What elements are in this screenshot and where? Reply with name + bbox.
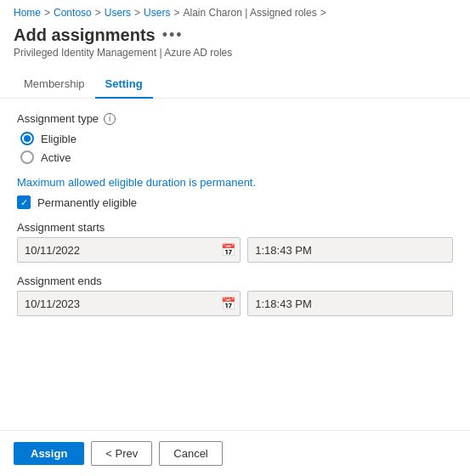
page-subtitle: Privileged Identity Management | Azure A… (14, 47, 456, 59)
radio-eligible-circle[interactable] (20, 132, 34, 145)
page-header: Add assignments ••• Privileged Identity … (0, 22, 470, 62)
tab-setting[interactable]: Setting (95, 71, 153, 99)
assign-button[interactable]: Assign (14, 442, 84, 465)
breadcrumb-sep-5: > (320, 7, 326, 19)
radio-active[interactable]: Active (20, 150, 453, 164)
assignment-starts-label: Assignment starts (17, 221, 453, 234)
assignment-ends-label: Assignment ends (17, 275, 453, 287)
breadcrumb-sep-1: > (44, 7, 50, 19)
breadcrumb-users-2[interactable]: Users (144, 7, 170, 19)
tab-membership[interactable]: Membership (14, 71, 95, 99)
permanently-eligible-label: Permanently eligible (37, 196, 137, 209)
breadcrumb-sep-4: > (173, 7, 179, 19)
assignment-starts-group: Assignment starts 📅 (17, 221, 453, 263)
breadcrumb-contoso[interactable]: Contoso (54, 7, 92, 19)
page-title: Add assignments (14, 26, 156, 45)
breadcrumb-assigned-roles: Alain Charon | Assigned roles (183, 7, 316, 19)
permanently-eligible-row[interactable]: ✓ Permanently eligible (17, 196, 453, 209)
prev-button[interactable]: < Prev (91, 441, 152, 466)
radio-eligible-label: Eligible (41, 133, 76, 145)
end-date-input[interactable] (17, 291, 241, 316)
more-options-icon[interactable]: ••• (162, 26, 184, 44)
info-banner: Maximum allowed eligible duration is per… (17, 176, 453, 189)
checkmark-icon: ✓ (20, 198, 28, 207)
radio-active-circle[interactable] (20, 150, 34, 164)
breadcrumb-home[interactable]: Home (14, 7, 41, 19)
breadcrumb: Home > Contoso > Users > Users > Alain C… (0, 0, 470, 22)
radio-active-label: Active (41, 151, 71, 164)
start-date-input[interactable] (17, 237, 241, 263)
assignment-starts-row: 📅 (17, 237, 453, 263)
assignment-type-group: Assignment type i Eligible Active (17, 112, 453, 164)
assignment-type-info-icon[interactable]: i (104, 113, 116, 125)
breadcrumb-users-1[interactable]: Users (105, 7, 131, 19)
radio-eligible[interactable]: Eligible (20, 132, 453, 145)
start-time-input[interactable] (247, 237, 453, 263)
footer: Assign < Prev Cancel (0, 430, 470, 476)
tabs-container: Membership Setting (0, 71, 470, 99)
end-time-input[interactable] (247, 291, 453, 316)
end-date-wrap: 📅 (17, 291, 241, 316)
assignment-ends-group: Assignment ends 📅 (17, 275, 453, 316)
page-wrapper: Home > Contoso > Users > Users > Alain C… (0, 0, 470, 476)
permanently-eligible-checkbox[interactable]: ✓ (17, 196, 31, 209)
assignment-ends-row: 📅 (17, 291, 453, 316)
radio-group: Eligible Active (20, 132, 453, 164)
start-date-wrap: 📅 (17, 237, 241, 263)
breadcrumb-sep-2: > (95, 7, 101, 19)
content-area: Assignment type i Eligible Active Maximu… (0, 99, 470, 342)
cancel-button[interactable]: Cancel (159, 441, 222, 466)
assignment-type-label: Assignment type (17, 112, 99, 125)
breadcrumb-sep-3: > (134, 7, 140, 19)
